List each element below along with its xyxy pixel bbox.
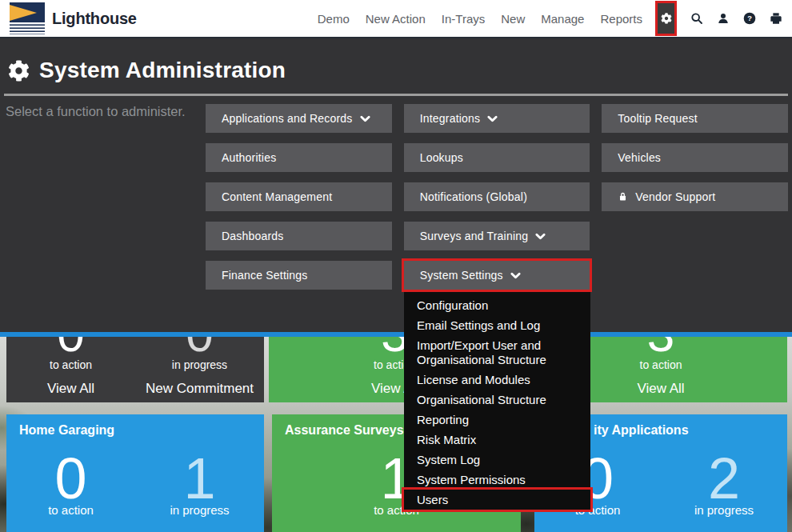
button-label: Vehicles <box>618 151 661 164</box>
admin-button-dashboards[interactable]: Dashboards <box>206 222 392 250</box>
button-column-3: Tooltip Request Vehicles Vendor Support <box>602 104 788 290</box>
stat-value: 0 <box>6 454 135 503</box>
admin-button-authorities[interactable]: Authorities <box>206 143 392 172</box>
stat-label: to action <box>6 358 135 371</box>
dropdown-item-system-log[interactable]: System Log <box>404 450 590 470</box>
stat-label: to action <box>6 503 135 517</box>
dropdown-item-import-export[interactable]: Import/Export User and Organisational St… <box>404 335 590 370</box>
button-label: Vendor Support <box>635 190 715 203</box>
stat-label: in progress <box>135 358 264 371</box>
stat-value: 2 <box>661 454 787 503</box>
user-icon[interactable] <box>717 12 730 25</box>
button-label: Notifications (Global) <box>420 190 527 203</box>
admin-button-notifications-global[interactable]: Notifications (Global) <box>404 182 590 211</box>
dropdown-item-system-permissions[interactable]: System Permissions <box>404 470 590 490</box>
button-label: Applications and Records <box>222 112 353 125</box>
system-settings-dropdown: Configuration Email Settings and Log Imp… <box>404 292 590 511</box>
dropdown-item-license-and-modules[interactable]: License and Modules <box>404 370 590 390</box>
button-column-1: Applications and Records Authorities Con… <box>206 104 392 290</box>
button-label: Authorities <box>222 151 276 164</box>
dropdown-item-email-settings-and-log[interactable]: Email Settings and Log <box>404 315 590 335</box>
button-label: Surveys and Training <box>420 230 529 242</box>
dashboard-tile-commitments[interactable]: 0 to action 0 in progress View All New C… <box>6 336 264 402</box>
tile-title: Home Garaging <box>6 414 264 438</box>
stat-label: in progress <box>135 503 264 517</box>
annotation-box-gear <box>655 1 677 36</box>
stat-label: in progress <box>661 503 787 517</box>
print-icon[interactable] <box>770 12 782 25</box>
dropdown-item-users[interactable]: Users <box>404 490 590 510</box>
header-divider <box>4 94 788 96</box>
gear-icon <box>8 60 30 82</box>
button-label: Dashboards <box>222 230 284 242</box>
panel-subtitle: Select a function to administer. <box>0 104 186 120</box>
dropdown-item-configuration[interactable]: Configuration <box>404 295 590 315</box>
settings-gear-button[interactable] <box>658 3 674 34</box>
stat-value: 0 <box>135 336 264 355</box>
admin-button-tooltip-request[interactable]: Tooltip Request <box>602 104 788 133</box>
admin-button-vehicles[interactable]: Vehicles <box>602 143 788 172</box>
lighthouse-logo-icon <box>10 2 45 34</box>
button-label: Tooltip Request <box>618 112 698 125</box>
page-title: System Administration <box>39 58 286 83</box>
tile-stats: 0 to action 0 in progress <box>6 336 264 371</box>
dropdown-item-risk-matrix[interactable]: Risk Matrix <box>404 430 590 450</box>
page-header: System Administration <box>0 38 792 83</box>
lock-icon <box>618 191 628 202</box>
nav-icons: ? <box>655 1 782 36</box>
nav-link-demo[interactable]: Demo <box>318 12 350 26</box>
nav-link-manage[interactable]: Manage <box>541 12 584 26</box>
chevron-down-icon <box>360 115 370 122</box>
admin-button-lookups[interactable]: Lookups <box>404 143 590 172</box>
gear-icon <box>661 13 672 24</box>
admin-button-applications-and-records[interactable]: Applications and Records <box>206 104 392 133</box>
button-label: Lookups <box>420 151 463 164</box>
admin-button-surveys-and-training[interactable]: Surveys and Training <box>404 222 590 250</box>
button-label: Content Management <box>222 190 332 203</box>
stat-value: 0 <box>6 336 135 355</box>
top-nav: Lighthouse Demo New Action In-Trays New … <box>0 0 792 38</box>
new-commitment-link[interactable]: New Commitment <box>135 381 264 397</box>
stat-value: 1 <box>135 454 264 503</box>
dashboard-tile-home-garaging[interactable]: Home Garaging 0 to action 1 in progress <box>6 414 264 532</box>
chevron-down-icon <box>510 272 521 279</box>
brand-name: Lighthouse <box>52 10 137 28</box>
admin-button-system-settings[interactable]: System Settings <box>404 261 590 290</box>
admin-button-finance-settings[interactable]: Finance Settings <box>206 261 392 290</box>
chevron-down-icon <box>535 233 546 240</box>
search-icon[interactable] <box>690 12 703 25</box>
button-label: Integrations <box>420 112 481 125</box>
tile-stats: 0 to action 1 in progress <box>6 454 264 517</box>
button-label: Finance Settings <box>222 269 307 282</box>
nav-link-new-action[interactable]: New Action <box>366 12 426 26</box>
dropdown-item-organisational-structure[interactable]: Organisational Structure <box>404 390 590 410</box>
admin-button-vendor-support[interactable]: Vendor Support <box>602 182 788 211</box>
admin-button-content-management[interactable]: Content Management <box>206 182 392 211</box>
admin-button-grid: Applications and Records Authorities Con… <box>206 104 788 290</box>
help-icon[interactable]: ? <box>743 12 756 25</box>
brand[interactable]: Lighthouse <box>10 2 137 34</box>
nav-link-new[interactable]: New <box>501 12 525 26</box>
admin-button-integrations[interactable]: Integrations <box>404 104 590 133</box>
view-all-link[interactable]: View All <box>6 381 135 397</box>
nav-links: Demo New Action In-Trays New Manage Repo… <box>318 12 642 26</box>
system-admin-panel: System Administration Select a function … <box>0 38 792 337</box>
screen: Lighthouse Demo New Action In-Trays New … <box>0 0 792 532</box>
nav-link-in-trays[interactable]: In-Trays <box>442 12 485 26</box>
dropdown-item-reporting[interactable]: Reporting <box>404 410 590 430</box>
button-column-2: Integrations Lookups Notifications (Glob… <box>404 104 590 290</box>
button-label: System Settings <box>420 269 503 282</box>
svg-text:?: ? <box>747 14 752 22</box>
chevron-down-icon <box>487 115 498 122</box>
nav-link-reports[interactable]: Reports <box>600 12 642 26</box>
